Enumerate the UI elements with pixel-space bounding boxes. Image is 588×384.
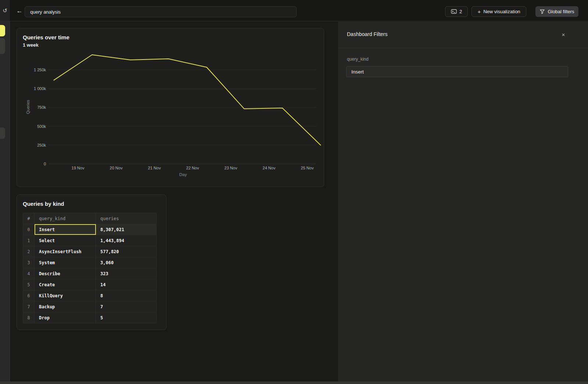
table-row: 3System3,060 — [23, 257, 156, 268]
sidebar-item[interactable] — [0, 128, 5, 139]
table-row: 7Backup7 — [23, 301, 156, 312]
query-kind-cell[interactable]: Drop — [35, 312, 96, 323]
table-header-row: #query_kindqueries — [23, 213, 156, 224]
queries-over-time-card: Queries over time 1 week 0250k500k750k1 … — [17, 28, 324, 187]
panel-divider — [338, 48, 588, 48]
row-index-cell: 6 — [23, 290, 35, 301]
queries-value-cell[interactable]: 8 — [96, 290, 156, 301]
dashboard-title-input[interactable] — [25, 6, 297, 17]
history-icon-glyph: ↺ — [3, 7, 7, 14]
query-kind-cell[interactable]: Select — [35, 235, 96, 246]
y-tick-label: 250k — [37, 143, 46, 147]
row-index-cell: 0 — [23, 224, 35, 235]
x-tick-label: 23 Nov — [225, 166, 237, 170]
row-index-cell: 2 — [23, 246, 35, 257]
y-tick-label: 750k — [37, 105, 46, 110]
table-row: 5Create14 — [23, 279, 156, 290]
row-index-cell: 7 — [23, 301, 35, 312]
queries-line-series — [54, 55, 321, 145]
sidebar-item-active[interactable] — [0, 25, 5, 36]
table-title: Queries by kind — [23, 201, 64, 207]
queries-value-cell[interactable]: 14 — [96, 279, 156, 290]
x-tick-label: 21 Nov — [148, 166, 161, 170]
new-visualization-button[interactable]: + New visualization — [472, 6, 526, 17]
table-row: 4Describe323 — [23, 268, 156, 279]
dashboard-canvas: Queries over time 1 week 0250k500k750k1 … — [10, 22, 338, 384]
terminal-icon — [451, 9, 457, 14]
table-row: 1Select1,443,894 — [23, 235, 156, 246]
y-tick-label: 1 000k — [34, 86, 46, 91]
row-index-cell: 8 — [23, 312, 35, 323]
query-kind-cell[interactable]: System — [35, 257, 96, 268]
y-tick-label: 1 250k — [34, 68, 46, 72]
sidebar-item[interactable] — [0, 38, 5, 54]
filter-field-label: query_kind — [347, 57, 369, 62]
query-kind-cell[interactable]: AsyncInsertFlush — [35, 246, 96, 257]
table-row: 8Drop5 — [23, 312, 156, 323]
console-count-button[interactable]: 2 — [445, 6, 468, 17]
dashboard-filters-panel: Dashboard Filters ✕ query_kind — [338, 22, 588, 384]
y-axis-title: Queries — [26, 100, 30, 114]
panel-title: Dashboard Filters — [347, 31, 388, 37]
query-kind-cell[interactable]: Insert — [35, 224, 96, 235]
queries-by-kind-card: Queries by kind #query_kindqueries0Inser… — [17, 194, 166, 330]
queries-value-cell[interactable]: 7 — [96, 301, 156, 312]
history-icon[interactable]: ↺ — [0, 0, 10, 21]
queries-value-cell[interactable]: 3,060 — [96, 257, 156, 268]
x-tick-label: 24 Nov — [263, 166, 276, 170]
table-row: 6KillQuery8 — [23, 290, 156, 301]
column-header-queries[interactable]: queries — [96, 213, 156, 224]
x-tick-label: 22 Nov — [186, 166, 199, 170]
x-tick-label: 20 Nov — [110, 166, 123, 170]
left-sidebar: ↺ — [0, 0, 10, 384]
line-chart: 0250k500k750k1 000k1 250k19 Nov20 Nov21 … — [17, 28, 325, 187]
row-index-cell: 3 — [23, 257, 35, 268]
query-kind-filter-input[interactable] — [346, 66, 568, 77]
row-index-cell: 5 — [23, 279, 35, 290]
close-icon[interactable]: ✕ — [560, 32, 567, 38]
queries-table: #query_kindqueries0Insert8,307,0211Selec… — [23, 213, 157, 323]
column-header-index: # — [23, 213, 35, 224]
queries-value-cell[interactable]: 323 — [96, 268, 156, 279]
y-tick-label: 500k — [37, 124, 46, 129]
x-tick-label: 25 Nov — [301, 166, 314, 170]
plus-icon: + — [477, 8, 481, 15]
new-visualization-label: New visualization — [483, 9, 520, 14]
row-index-cell: 1 — [23, 235, 35, 246]
funnel-icon — [539, 9, 545, 14]
global-filters-button[interactable]: Global filters — [535, 6, 578, 17]
query-kind-cell[interactable]: Create — [35, 279, 96, 290]
bottom-edge-strip — [0, 381, 588, 384]
console-count: 2 — [459, 9, 462, 14]
global-filters-label: Global filters — [548, 9, 574, 14]
table-row: 0Insert8,307,021 — [23, 224, 156, 235]
queries-value-cell[interactable]: 8,307,021 — [96, 224, 156, 235]
column-header-query-kind[interactable]: query_kind — [35, 213, 96, 224]
y-tick-label: 0 — [44, 162, 46, 166]
table-row: 2AsyncInsertFlush577,820 — [23, 246, 156, 257]
queries-value-cell[interactable]: 1,443,894 — [96, 235, 156, 246]
back-button[interactable]: ← — [15, 8, 24, 15]
query-kind-cell[interactable]: Backup — [35, 301, 96, 312]
x-tick-label: 19 Nov — [72, 166, 85, 170]
queries-value-cell[interactable]: 5 — [96, 312, 156, 323]
query-kind-cell[interactable]: KillQuery — [35, 290, 96, 301]
x-axis-title: Day — [179, 172, 187, 177]
row-index-cell: 4 — [23, 268, 35, 279]
queries-value-cell[interactable]: 577,820 — [96, 246, 156, 257]
query-kind-cell[interactable]: Describe — [35, 268, 96, 279]
top-bar: ← 2 + New visualization Global filters — [10, 0, 588, 21]
